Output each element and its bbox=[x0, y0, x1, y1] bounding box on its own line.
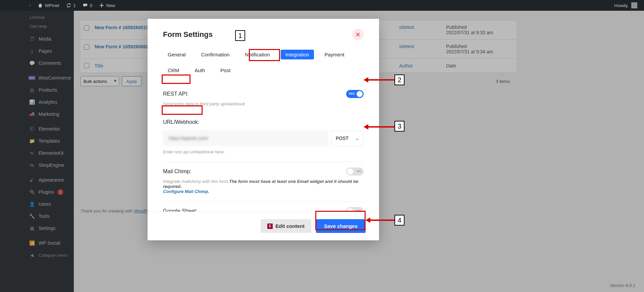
site-name-link[interactable]: WPmet bbox=[35, 0, 62, 11]
row-checkbox[interactable] bbox=[84, 25, 89, 31]
woo-icon: woo bbox=[29, 75, 35, 81]
elementor-icon: Ⓔ bbox=[29, 126, 35, 132]
analytics-icon: 📊 bbox=[29, 99, 35, 105]
sidebar-item-analytics[interactable]: 📊Analytics bbox=[25, 96, 74, 108]
method-value: POST bbox=[336, 136, 348, 141]
appearance-icon: 🖌 bbox=[29, 177, 35, 183]
mailchimp-label: Mail Chimp: bbox=[163, 168, 191, 175]
comments-count: 0 bbox=[90, 3, 92, 8]
tab-auth[interactable]: Auth bbox=[190, 65, 210, 75]
new-link[interactable]: New bbox=[96, 0, 118, 11]
url-help: Enter rest api url/webhook here. bbox=[163, 149, 364, 154]
select-all-checkbox[interactable] bbox=[84, 63, 89, 68]
modal-footer: E Edit content Save changes bbox=[148, 211, 379, 240]
edit-content-button[interactable]: E Edit content bbox=[261, 219, 311, 233]
toggle-off-text: NO bbox=[357, 209, 362, 211]
row-title-link[interactable]: New Form # 1659260062 bbox=[95, 44, 149, 49]
shopengine-icon: 🛍 bbox=[29, 162, 35, 168]
annotation-number-3: 3 bbox=[394, 121, 405, 132]
annotation-arrow-3 bbox=[368, 126, 394, 128]
ekit-icon: ⇆ bbox=[29, 150, 35, 156]
products-icon: ▤ bbox=[29, 87, 35, 93]
sidebar-item-templates[interactable]: 📁Templates bbox=[25, 135, 74, 147]
col-date[interactable]: Date bbox=[446, 63, 513, 68]
wpsocial-icon: 📶 bbox=[29, 240, 35, 246]
sidebar-item-woocommerce[interactable]: wooWooCommerce bbox=[25, 72, 74, 84]
sidebar-sub-help[interactable]: Get Help bbox=[25, 22, 74, 31]
account-link[interactable]: Howdy, bbox=[614, 2, 641, 8]
toggle-knob bbox=[357, 91, 363, 97]
tab-notification[interactable]: Notification bbox=[240, 50, 274, 59]
toggle-knob bbox=[347, 168, 353, 175]
users-icon: 👤 bbox=[29, 201, 35, 207]
updates-link[interactable]: 1 bbox=[63, 0, 78, 11]
sidebar-item-comments[interactable]: 💬Comments bbox=[25, 57, 74, 69]
sidebar-item-shopengine[interactable]: 🛍ShopEngine bbox=[25, 159, 74, 171]
collapse-icon: ◀ bbox=[29, 252, 35, 258]
tab-confirmation[interactable]: Confirmation bbox=[196, 50, 234, 59]
row-date: Published 2022/07/31 at 9:33 am bbox=[446, 25, 513, 35]
avatar bbox=[631, 2, 637, 8]
toggle-on-text: YES bbox=[348, 92, 355, 95]
sidebar-item-media[interactable]: 🎵Media bbox=[25, 33, 74, 45]
http-method-select[interactable]: POST ⌄ bbox=[331, 131, 364, 146]
tab-general[interactable]: General bbox=[163, 50, 190, 59]
configure-mailchimp-link[interactable]: Configure Mail Chimp. bbox=[163, 189, 209, 194]
sidebar-item-pages[interactable]: ▯Pages bbox=[25, 45, 74, 57]
apply-button[interactable]: Apply bbox=[122, 76, 142, 86]
sidebar-item-appearance[interactable]: 🖌Appearance bbox=[25, 174, 74, 186]
admin-bar: WPmet 1 0 New Howdy, bbox=[0, 0, 644, 11]
annotation-number-2: 2 bbox=[394, 75, 405, 85]
comment-icon bbox=[83, 3, 88, 8]
updates-count: 1 bbox=[73, 3, 76, 8]
sidebar-item-products[interactable]: ▤Products bbox=[25, 84, 74, 96]
url-webhook-label: URL/Webhook: bbox=[163, 119, 364, 125]
update-icon bbox=[66, 3, 71, 8]
sidebar-item-wpsocial[interactable]: 📶WP Social bbox=[25, 237, 74, 249]
rest-api-help: Send entry data to third party api/webho… bbox=[163, 101, 364, 106]
media-icon: 🎵 bbox=[29, 36, 35, 42]
modal-close-button[interactable] bbox=[352, 29, 364, 40]
bulk-actions-select[interactable]: Bulk actions bbox=[80, 76, 119, 86]
row-author[interactable]: sitetest bbox=[399, 25, 446, 30]
tools-icon: 🔧 bbox=[29, 213, 35, 220]
comments-link[interactable]: 0 bbox=[80, 0, 95, 11]
tab-integration[interactable]: Integration bbox=[281, 50, 314, 59]
version-text: Version 6.0.1 bbox=[610, 283, 635, 288]
row-checkbox[interactable] bbox=[84, 44, 89, 50]
wp-logo[interactable] bbox=[27, 2, 34, 9]
annotation-number-4: 4 bbox=[394, 215, 405, 226]
sidebar-item-elementskit[interactable]: ⇆ElementsKit bbox=[25, 147, 74, 159]
row-author[interactable]: sitetest bbox=[399, 44, 446, 49]
items-count: 3 items bbox=[496, 79, 510, 84]
mailchimp-toggle[interactable]: NO bbox=[346, 167, 364, 176]
webhook-url-input[interactable] bbox=[163, 131, 328, 146]
tab-payment[interactable]: Payment bbox=[320, 50, 349, 59]
howdy-text: Howdy, bbox=[614, 3, 629, 8]
rest-api-toggle[interactable]: YES bbox=[346, 90, 364, 98]
save-changes-button[interactable]: Save changes bbox=[316, 219, 366, 233]
marketing-icon: 📣 bbox=[29, 111, 35, 117]
pages-icon: ▯ bbox=[29, 48, 35, 54]
settings-icon: ▦ bbox=[29, 225, 35, 232]
google-sheet-toggle[interactable]: NO bbox=[346, 207, 364, 211]
toggle-off-text: NO bbox=[357, 169, 362, 173]
sidebar-item-settings[interactable]: ▦Settings bbox=[25, 222, 74, 234]
close-icon bbox=[356, 32, 360, 37]
sidebar-sub-license[interactable]: License bbox=[25, 13, 74, 22]
tab-post[interactable]: Post bbox=[216, 65, 235, 75]
plugin-update-badge: 1 bbox=[57, 189, 63, 195]
sidebar-item-users[interactable]: 👤Users bbox=[25, 198, 74, 210]
sidebar-item-plugins[interactable]: 🔌Plugins1 bbox=[25, 186, 74, 198]
sidebar-item-marketing[interactable]: 📣Marketing bbox=[25, 108, 74, 120]
sidebar-item-tools[interactable]: 🔧Tools bbox=[25, 210, 74, 222]
toggle-knob bbox=[347, 208, 353, 211]
tab-crm[interactable]: CRM bbox=[163, 65, 184, 75]
chevron-down-icon: ⌄ bbox=[355, 136, 359, 141]
collapse-menu[interactable]: ◀Collapse menu bbox=[25, 249, 74, 261]
row-title-link[interactable]: New Form # 1659260015 bbox=[95, 25, 149, 30]
sidebar-item-elementor[interactable]: ⒺElementor bbox=[25, 123, 74, 135]
row-date: Published 2022/07/31 at 9:34 am bbox=[446, 44, 513, 54]
col-author[interactable]: Author bbox=[399, 63, 446, 68]
annotation-arrow-4 bbox=[370, 220, 394, 221]
